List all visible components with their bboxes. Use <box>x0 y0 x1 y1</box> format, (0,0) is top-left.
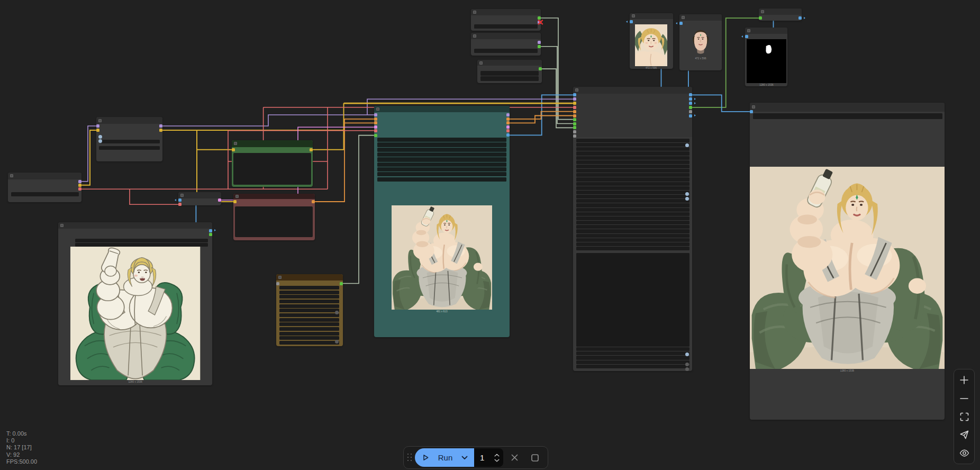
node-widget[interactable] <box>753 113 942 119</box>
node-title-bar[interactable] <box>58 222 212 229</box>
node-title-bar[interactable] <box>276 274 343 281</box>
node-widget[interactable] <box>279 304 339 308</box>
node-title-bar[interactable] <box>759 8 802 15</box>
input-port-green-8[interactable] <box>573 126 576 129</box>
node-widget[interactable] <box>279 322 339 326</box>
output-port-green-1[interactable] <box>538 45 541 48</box>
output-port-gray-4[interactable] <box>689 110 692 113</box>
node-widget[interactable] <box>480 76 539 81</box>
collapse-icon[interactable] <box>632 14 635 17</box>
node-widget[interactable] <box>576 234 690 238</box>
collapse-icon[interactable] <box>234 142 237 145</box>
node-widget[interactable] <box>576 156 690 160</box>
node-widget[interactable] <box>279 300 339 303</box>
input-port-gold-1[interactable] <box>96 129 99 132</box>
widget-toggle[interactable] <box>335 340 339 344</box>
node-j[interactable]: 472 x 596 <box>630 13 673 69</box>
node-widget[interactable] <box>279 332 339 336</box>
node-widget[interactable] <box>377 162 506 167</box>
input-port-purple-0[interactable] <box>96 124 99 128</box>
input-port-blue-0[interactable] <box>630 20 633 23</box>
input-port-pink-3[interactable] <box>374 125 377 129</box>
output-port-blue-0[interactable] <box>798 16 802 20</box>
output-port-purple-0[interactable] <box>159 124 162 128</box>
node-widget[interactable] <box>11 192 79 196</box>
queue-count-box[interactable]: 1 <box>474 448 503 467</box>
node-a[interactable] <box>96 117 162 161</box>
collapse-icon[interactable] <box>761 10 764 13</box>
node-widget[interactable] <box>576 242 690 246</box>
node-widget[interactable] <box>101 140 160 143</box>
node-widget[interactable] <box>576 160 690 164</box>
output-port-green-0[interactable] <box>538 16 541 20</box>
node-widget[interactable] <box>576 139 690 142</box>
node-k[interactable]: 472 x 596 <box>679 14 722 70</box>
node-widget[interactable] <box>576 208 690 212</box>
node-widget[interactable] <box>576 225 690 229</box>
node-title-bar[interactable] <box>573 87 692 94</box>
node-title-bar[interactable] <box>233 194 315 199</box>
input-port-blue-0[interactable] <box>679 22 683 25</box>
input-port-blue-0[interactable] <box>750 110 753 113</box>
node-d[interactable] <box>232 140 313 187</box>
collapse-icon[interactable] <box>60 224 63 227</box>
node-widget[interactable] <box>474 24 538 29</box>
output-port-green-1[interactable] <box>209 233 212 236</box>
node-widget[interactable] <box>377 167 506 171</box>
collapse-icon[interactable] <box>376 107 379 111</box>
node-t3[interactable] <box>477 60 542 83</box>
collapse-icon[interactable] <box>235 195 239 198</box>
node-widget[interactable] <box>576 203 690 207</box>
node-h[interactable] <box>573 87 692 371</box>
node-widget[interactable] <box>279 286 339 290</box>
graph-canvas[interactable]: 481 x 613 472 x 596 472 x 596 1280 x 153… <box>0 0 980 470</box>
output-port-gold-1[interactable] <box>78 184 81 187</box>
node-title-bar[interactable] <box>8 173 81 179</box>
run-button[interactable]: Run <box>415 448 474 467</box>
input-port-orange-2[interactable] <box>374 121 377 124</box>
pan-mode-button[interactable] <box>958 429 970 441</box>
input-port-gray-10[interactable] <box>573 134 576 138</box>
node-m[interactable] <box>759 8 802 21</box>
node-widget[interactable] <box>576 247 690 250</box>
node-title-bar[interactable] <box>374 106 510 112</box>
output-port-blue-0[interactable] <box>689 93 692 96</box>
node-title-bar[interactable] <box>679 14 722 21</box>
output-port-orange-1[interactable] <box>506 118 510 121</box>
node-widget[interactable] <box>576 182 690 186</box>
node-widget[interactable] <box>279 295 339 299</box>
node-o[interactable]: 1280 x 1536 <box>58 222 212 385</box>
collapse-icon[interactable] <box>747 29 750 32</box>
node-widget[interactable] <box>576 195 690 198</box>
input-port-purple-0[interactable] <box>374 113 377 116</box>
collapse-icon[interactable] <box>278 276 282 279</box>
fit-view-button[interactable] <box>958 410 970 423</box>
output-port-blue-0[interactable] <box>209 229 212 232</box>
output-port-blue-2[interactable] <box>689 102 692 105</box>
collapse-icon[interactable] <box>10 174 13 177</box>
node-widget[interactable] <box>377 138 506 142</box>
node-title-bar[interactable] <box>471 33 541 39</box>
node-widget[interactable] <box>377 148 506 152</box>
node-widget[interactable] <box>576 143 690 147</box>
input-port-purple-1[interactable] <box>573 97 576 101</box>
node-widget[interactable] <box>576 360 690 364</box>
input-port-green-7[interactable] <box>573 122 576 125</box>
node-widget[interactable] <box>576 356 690 359</box>
widget-toggle[interactable] <box>685 367 689 371</box>
toggle-visibility-button[interactable] <box>958 447 970 459</box>
node-widget[interactable] <box>75 243 208 247</box>
node-n[interactable]: 1280 x 1536 <box>750 103 945 420</box>
input-port-gold-0[interactable] <box>232 148 235 151</box>
node-widget[interactable] <box>480 71 539 76</box>
input-port-red-4[interactable] <box>374 129 377 132</box>
node-widget[interactable] <box>279 327 339 331</box>
output-port-purple-0[interactable] <box>538 41 541 44</box>
node-widget[interactable] <box>474 49 538 53</box>
input-port-red-1[interactable] <box>178 203 182 206</box>
collapse-icon[interactable] <box>180 194 184 197</box>
node-title-bar[interactable] <box>630 13 673 19</box>
node-widget[interactable] <box>279 336 339 340</box>
node-widget[interactable] <box>279 309 339 312</box>
input-port-green-0[interactable] <box>759 16 762 20</box>
